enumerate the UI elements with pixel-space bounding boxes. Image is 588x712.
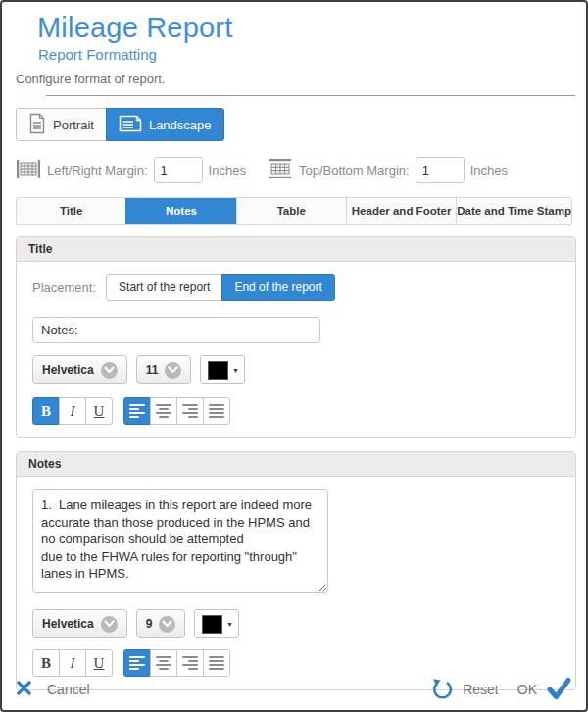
tab-notes[interactable]: Notes [125, 198, 235, 224]
align-justify-icon [209, 656, 224, 670]
title-font-color-picker[interactable]: ▾ [200, 355, 245, 384]
left-right-margin-icon [16, 157, 41, 183]
left-right-margin-label: Left/Right Margin: [47, 163, 148, 178]
landscape-label: Landscape [149, 118, 212, 132]
top-bottom-margin-label: Top/Bottom Margin: [299, 163, 410, 178]
title-text-input[interactable] [32, 317, 320, 343]
notes-panel: Notes 1. Lane mileages in this report ar… [16, 451, 576, 690]
notes-align-group [123, 649, 230, 677]
chevron-down-icon [165, 362, 181, 379]
align-right-icon [182, 656, 198, 670]
ok-label[interactable]: OK [517, 682, 537, 697]
title-font-family-dropdown[interactable]: Helvetica [32, 355, 127, 384]
notes-font-size-value: 9 [146, 617, 153, 631]
title-biu-group: B I U [32, 397, 113, 425]
placement-toggle: Start of the report End of the report [106, 274, 335, 301]
caret-down-icon: ▾ [227, 620, 231, 629]
notes-textarea[interactable]: 1. Lane mileages in this report are inde… [32, 489, 328, 593]
page-subtitle: Report Formatting [38, 46, 572, 63]
color-swatch-black [202, 615, 222, 634]
top-bottom-margin-unit: Inches [470, 163, 508, 178]
header-divider [46, 95, 575, 96]
tab-table[interactable]: Table [236, 198, 346, 224]
notes-align-right-button[interactable] [176, 649, 204, 677]
reset-label[interactable]: Reset [463, 682, 499, 697]
align-right-icon [182, 404, 198, 418]
portrait-label: Portrait [53, 118, 94, 132]
title-align-group [123, 397, 230, 425]
reset-button[interactable] [430, 676, 454, 703]
align-justify-icon [209, 404, 224, 418]
orientation-toggle: Portrait Landscape [16, 108, 224, 141]
section-tabs: Title Notes Table Header and Footer Date… [16, 197, 572, 225]
notes-font-size-dropdown[interactable]: 9 [136, 609, 186, 638]
tab-header-and-footer[interactable]: Header and Footer [346, 198, 456, 224]
title-align-center-button[interactable] [150, 397, 177, 425]
notes-panel-heading: Notes [17, 452, 575, 477]
margins-row: Left/Right Margin: Inches [16, 157, 572, 183]
title-font-size-value: 11 [146, 363, 159, 377]
notes-underline-button[interactable]: U [85, 649, 113, 677]
landscape-button[interactable]: Landscape [106, 108, 224, 141]
notes-italic-button[interactable]: I [59, 649, 86, 677]
page-title: Mileage Report [37, 12, 572, 44]
title-align-right-button[interactable] [176, 397, 204, 425]
chevron-down-icon [159, 616, 175, 633]
title-align-justify-button[interactable] [203, 397, 230, 425]
tab-date-and-time-stamp[interactable]: Date and Time Stamp [456, 198, 571, 224]
left-right-margin-input[interactable] [154, 157, 203, 183]
left-right-margin-unit: Inches [209, 163, 246, 178]
color-swatch-black [208, 361, 228, 380]
notes-font-row: Helvetica 9 ▾ [32, 609, 560, 638]
portrait-document-icon [28, 113, 46, 137]
mileage-report-dialog: Mileage Report Report Formatting Configu… [0, 0, 588, 712]
top-bottom-margin-group: Top/Bottom Margin: Inches [268, 157, 508, 183]
placement-start-button[interactable]: Start of the report [106, 274, 222, 301]
placement-label: Placement: [32, 280, 96, 295]
notes-align-left-button[interactable] [123, 649, 151, 677]
title-font-family-value: Helvetica [42, 363, 94, 377]
left-right-margin-group: Left/Right Margin: Inches [16, 157, 246, 183]
title-font-size-dropdown[interactable]: 11 [136, 355, 192, 384]
cancel-label[interactable]: Cancel [47, 682, 90, 697]
portrait-button[interactable]: Portrait [16, 108, 107, 141]
reset-circular-arrow-icon [430, 676, 454, 703]
notes-align-justify-button[interactable] [203, 649, 230, 677]
notes-font-color-picker[interactable]: ▾ [194, 609, 239, 638]
notes-align-center-button[interactable] [150, 649, 177, 677]
align-center-icon [156, 404, 172, 418]
title-panel: Title Placement: Start of the report End… [16, 236, 576, 438]
title-style-row: B I U [32, 397, 560, 425]
ok-button[interactable] [546, 677, 572, 703]
notes-font-family-value: Helvetica [42, 617, 94, 631]
chevron-down-icon [101, 362, 118, 379]
align-center-icon [156, 656, 172, 670]
ok-check-icon [546, 677, 572, 703]
tab-title[interactable]: Title [17, 198, 125, 224]
chevron-down-icon [101, 616, 118, 633]
cancel-x-icon [16, 680, 32, 699]
placement-end-button[interactable]: End of the report [221, 274, 334, 301]
title-font-row: Helvetica 11 ▾ [32, 355, 560, 384]
top-bottom-margin-input[interactable] [416, 157, 465, 183]
cancel-button[interactable] [16, 680, 32, 699]
caret-down-icon: ▾ [233, 366, 237, 375]
align-left-icon [129, 656, 145, 670]
dialog-header: Mileage Report Report Formatting Configu… [16, 2, 572, 96]
title-underline-button[interactable]: U [85, 397, 113, 425]
landscape-document-icon [119, 114, 142, 136]
placement-row: Placement: Start of the report End of th… [32, 274, 560, 301]
title-bold-button[interactable]: B [32, 397, 60, 425]
title-align-left-button[interactable] [123, 397, 151, 425]
notes-biu-group: B I U [32, 649, 113, 677]
page-description: Configure format of report. [16, 72, 572, 86]
title-panel-heading: Title [17, 237, 575, 262]
title-italic-button[interactable]: I [59, 397, 86, 425]
notes-font-family-dropdown[interactable]: Helvetica [32, 609, 127, 638]
align-left-icon [129, 404, 145, 418]
notes-bold-button[interactable]: B [32, 649, 60, 677]
dialog-footer: Cancel Reset OK [2, 675, 586, 704]
notes-style-row: B I U [32, 649, 560, 677]
top-bottom-margin-icon [268, 157, 293, 183]
